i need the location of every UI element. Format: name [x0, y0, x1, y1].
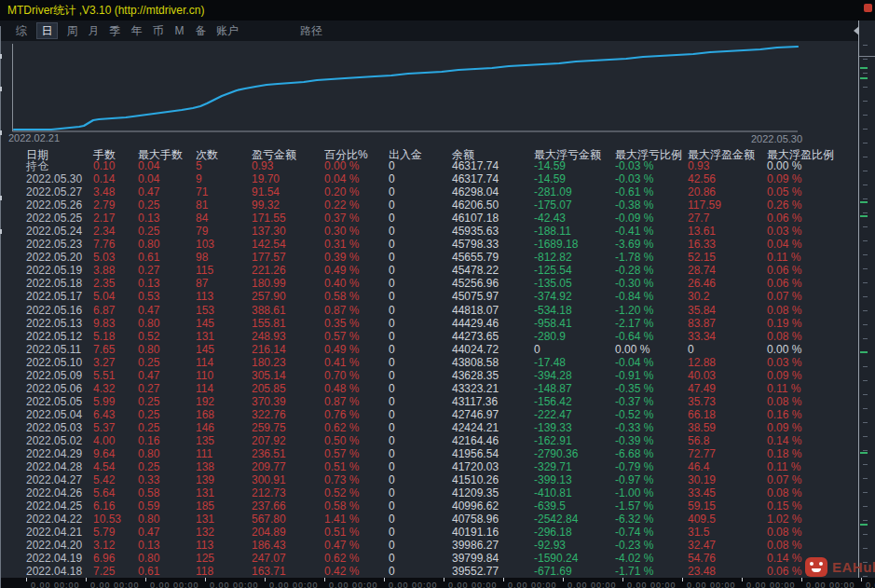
- table-row[interactable]: 2022.05.046.430.25168322.760.76 %042746.…: [0, 408, 858, 421]
- cell-max_lots: 0.80: [138, 513, 196, 526]
- cell-balance: 40758.96: [452, 513, 534, 526]
- cell-in_out: 0: [389, 317, 452, 330]
- cell-trades: 146: [196, 421, 252, 434]
- cell-date: 2022.05.16: [26, 304, 93, 317]
- table-row[interactable]: 2022.05.175.040.53113257.900.58 %045075.…: [0, 290, 858, 303]
- cell-max_float_profit: 72.77: [688, 447, 767, 460]
- table-row[interactable]: 2022.05.125.180.52131248.930.57 %044273.…: [0, 330, 858, 343]
- cell-max_float_loss_pct: -0.97 %: [615, 473, 688, 486]
- cell-lots: 3.48: [93, 185, 138, 198]
- menu-item-ri[interactable]: 日: [36, 22, 58, 39]
- table-row[interactable]: 2022.05.262.790.258199.320.22 %046206.50…: [0, 198, 858, 212]
- scale-tick-green: [860, 351, 868, 353]
- cell-max_float_profit_pct: 1.02 %: [767, 513, 858, 526]
- table-row[interactable]: 2022.05.055.990.25192370.390.87 %043117.…: [0, 395, 858, 408]
- menu-item-zhou[interactable]: 周: [66, 23, 78, 38]
- table-row[interactable]: 2022.04.299.640.80111236.510.57 %041956.…: [0, 447, 858, 460]
- table-row[interactable]: 2022.05.103.270.25114180.230.41 %043808.…: [0, 356, 858, 369]
- table-row[interactable]: 2022.05.273.480.477191.540.20 %046298.04…: [0, 185, 858, 198]
- table-row[interactable]: 2022.05.205.030.6198177.570.39 %045655.7…: [0, 251, 858, 264]
- table-row[interactable]: 2022.04.284.540.25138209.770.51 %041720.…: [0, 460, 858, 473]
- menu-item-zong[interactable]: 综: [15, 23, 27, 38]
- cell-trades: 139: [196, 473, 252, 486]
- table-row[interactable]: 2022.05.139.830.80145155.810.35 %044429.…: [0, 317, 858, 330]
- cell-in_out: 0: [389, 565, 452, 578]
- menu-item-nian[interactable]: 年: [130, 23, 143, 38]
- cell-balance: 41956.54: [452, 447, 534, 460]
- price-scale[interactable]: [858, 21, 875, 588]
- cell-pnl: 247.07: [252, 552, 324, 565]
- cell-balance: 39986.27: [452, 539, 534, 552]
- scale-marker-icon: [854, 26, 859, 35]
- cell-pct: 0.39 %: [324, 251, 389, 264]
- table-row[interactable]: 2022.05.237.760.80103142.540.31 %045798.…: [0, 238, 858, 251]
- time-axis-tick: [324, 578, 325, 581]
- table-row[interactable]: 2022.05.035.370.25146259.750.62 %042424.…: [0, 421, 858, 434]
- cell-max_float_loss: -280.9: [534, 330, 615, 343]
- cell-pct: 0.20 %: [324, 185, 389, 198]
- cell-max_float_loss_pct: -6.68 %: [615, 447, 688, 460]
- cell-in_out: 0: [389, 434, 452, 447]
- menu-item-bi[interactable]: 币: [152, 23, 164, 38]
- table-row[interactable]: 2022.04.203.120.13113186.430.47 %039986.…: [0, 539, 858, 552]
- cell-pct: 0.62 %: [324, 421, 389, 434]
- menu-item-yue[interactable]: 月: [88, 23, 100, 38]
- cell-pnl: 0.93: [252, 159, 324, 172]
- cell-in_out: 0: [389, 499, 452, 513]
- cell-max_lots: 0.27: [138, 264, 196, 277]
- table-row[interactable]: 2022.04.196.960.80125247.070.62 %039799.…: [0, 552, 858, 565]
- menu-item-m[interactable]: M: [173, 23, 185, 38]
- cell-max_float_profit: 38.59: [688, 421, 767, 434]
- cell-balance: 46317.74: [452, 159, 534, 172]
- table-row[interactable]: 2022.05.193.880.27115221.260.49 %045478.…: [0, 264, 858, 277]
- cell-balance: 42164.46: [452, 434, 534, 447]
- cell-max_float_loss_pct: -0.39 %: [615, 434, 688, 447]
- cell-lots: 2.17: [93, 212, 138, 225]
- table-row[interactable]: 2022.04.2210.530.80131567.801.41 %040758…: [0, 513, 858, 526]
- menu-item-bei[interactable]: 备: [195, 23, 207, 38]
- time-axis-tick: [622, 578, 623, 581]
- time-axis-tick: [861, 578, 862, 581]
- cell-date: 2022.05.04: [26, 408, 93, 421]
- menu-item-path[interactable]: 路径: [300, 23, 322, 39]
- cell-lots: 4.32: [93, 382, 138, 395]
- table-row[interactable]: 2022.05.300.140.04919.700.04 %046317.74-…: [0, 172, 858, 185]
- table-row[interactable]: 2022.05.182.350.1387180.990.40 %045256.9…: [0, 277, 858, 290]
- cell-lots: 5.79: [93, 526, 138, 539]
- table-row[interactable]: 2022.04.187.250.61118163.710.42 %039552.…: [0, 565, 858, 578]
- table-row[interactable]: 2022.05.242.340.2579137.300.30 %045935.6…: [0, 225, 858, 238]
- cell-pct: 0.58 %: [324, 290, 389, 303]
- equity-chart[interactable]: 2022.02.21 2022.05.30: [0, 41, 858, 147]
- cell-max_float_loss: -296.18: [534, 526, 615, 539]
- table-row[interactable]: 2022.05.064.320.27114205.850.48 %043323.…: [0, 382, 858, 395]
- table-row[interactable]: 2022.05.024.000.16135207.920.50 %042164.…: [0, 434, 858, 447]
- cell-max_float_profit_pct: 0.26 %: [767, 198, 858, 212]
- cell-max_float_loss: -958.41: [534, 317, 615, 330]
- cell-max_float_profit_pct: 0.00 %: [767, 343, 858, 356]
- cell-pct: 0.58 %: [324, 499, 389, 513]
- cell-max_float_profit: 40.03: [688, 369, 767, 382]
- cell-balance: 39552.77: [452, 565, 534, 578]
- chart-end-date-label: 2022.05.30: [751, 133, 802, 144]
- cell-pnl: 207.92: [252, 434, 324, 447]
- table-row[interactable]: 2022.05.166.870.47153388.610.87 %044818.…: [0, 304, 858, 317]
- open-position-row[interactable]: 持仓0.100.0450.930.00 %046317.74-14.59-0.0…: [0, 159, 858, 172]
- stats-table-header: 日期手数最大手数次数盈亏金额百分比%出入金余额最大浮亏金额最大浮亏比例最大浮盈金…: [0, 147, 858, 159]
- cell-in_out: 0: [389, 225, 452, 238]
- table-row[interactable]: 2022.04.215.790.47132204.890.51 %040191.…: [0, 526, 858, 539]
- table-row[interactable]: 2022.05.095.510.47110305.140.70 %043628.…: [0, 369, 858, 382]
- cell-in_out: 0: [389, 212, 452, 225]
- table-row[interactable]: 2022.04.256.160.59185237.660.58 %040996.…: [0, 499, 858, 513]
- cell-max_float_loss: -281.09: [534, 185, 615, 198]
- cell-lots: 6.87: [93, 304, 138, 317]
- menu-item-ji[interactable]: 季: [109, 23, 121, 38]
- table-row[interactable]: 2022.04.265.640.58131212.730.52 %041209.…: [0, 486, 858, 499]
- menu-item-zhanghu[interactable]: 账户: [216, 23, 239, 38]
- scale-tick-green: [860, 67, 868, 69]
- cell-date: 2022.05.05: [26, 395, 93, 408]
- table-row[interactable]: 2022.05.117.650.80145216.140.49 %044024.…: [0, 343, 858, 356]
- table-row[interactable]: 2022.04.275.420.33139300.910.73 %041510.…: [0, 473, 858, 486]
- table-row[interactable]: 2022.05.252.170.1384171.550.37 %046107.1…: [0, 212, 858, 225]
- cell-balance: 40191.16: [452, 526, 534, 539]
- cell-balance: 42746.97: [452, 408, 534, 421]
